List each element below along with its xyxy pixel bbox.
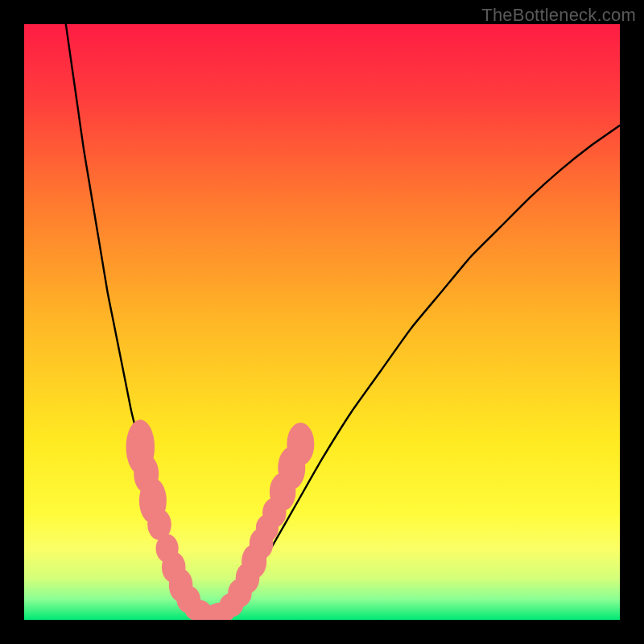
curve-layer — [24, 24, 620, 620]
plot-area — [24, 24, 620, 620]
chart-frame: TheBottleneck.com — [0, 0, 644, 644]
watermark-text: TheBottleneck.com — [481, 5, 636, 26]
data-markers — [126, 419, 315, 620]
data-marker — [287, 423, 314, 465]
